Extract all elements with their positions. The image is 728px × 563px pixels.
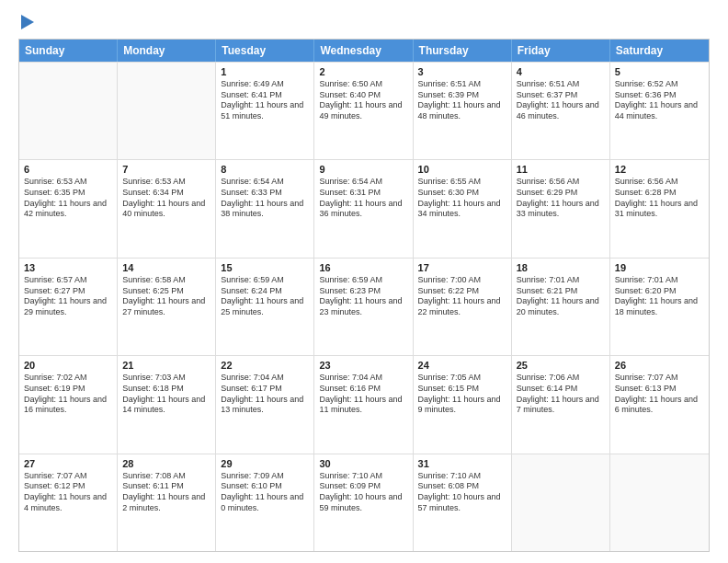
day-number: 26 <box>615 360 704 371</box>
day-info: Sunrise: 6:54 AM Sunset: 6:33 PM Dayligh… <box>221 177 309 220</box>
day-number: 4 <box>517 66 605 77</box>
day-cell-29: 29Sunrise: 7:09 AM Sunset: 6:10 PM Dayli… <box>216 454 314 551</box>
day-number: 7 <box>122 164 210 175</box>
day-number: 8 <box>221 164 309 175</box>
day-number: 18 <box>517 262 605 273</box>
empty-cell <box>610 454 709 551</box>
page: SundayMondayTuesdayWednesdayThursdayFrid… <box>0 0 728 563</box>
day-number: 13 <box>24 262 112 273</box>
week-row-3: 13Sunrise: 6:57 AM Sunset: 6:27 PM Dayli… <box>19 258 709 355</box>
week-row-1: 1Sunrise: 6:49 AM Sunset: 6:41 PM Daylig… <box>19 62 709 159</box>
day-number: 5 <box>615 66 704 77</box>
day-cell-22: 22Sunrise: 7:04 AM Sunset: 6:17 PM Dayli… <box>216 356 314 453</box>
day-cell-24: 24Sunrise: 7:05 AM Sunset: 6:15 PM Dayli… <box>414 356 512 453</box>
day-info: Sunrise: 6:53 AM Sunset: 6:34 PM Dayligh… <box>122 177 210 220</box>
day-cell-3: 3Sunrise: 6:51 AM Sunset: 6:39 PM Daylig… <box>414 63 512 159</box>
day-cell-13: 13Sunrise: 6:57 AM Sunset: 6:27 PM Dayli… <box>19 259 118 355</box>
day-cell-2: 2Sunrise: 6:50 AM Sunset: 6:40 PM Daylig… <box>314 63 413 159</box>
day-cell-16: 16Sunrise: 6:59 AM Sunset: 6:23 PM Dayli… <box>314 259 413 355</box>
day-number: 29 <box>221 458 309 469</box>
day-info: Sunrise: 7:01 AM Sunset: 6:21 PM Dayligh… <box>517 275 605 318</box>
day-cell-18: 18Sunrise: 7:01 AM Sunset: 6:21 PM Dayli… <box>512 259 610 355</box>
day-info: Sunrise: 7:07 AM Sunset: 6:13 PM Dayligh… <box>615 373 704 416</box>
empty-cell <box>118 63 216 159</box>
day-number: 17 <box>418 262 506 273</box>
day-info: Sunrise: 6:55 AM Sunset: 6:30 PM Dayligh… <box>418 177 506 220</box>
day-number: 11 <box>517 164 605 175</box>
day-info: Sunrise: 7:04 AM Sunset: 6:17 PM Dayligh… <box>221 373 309 416</box>
day-cell-12: 12Sunrise: 6:56 AM Sunset: 6:28 PM Dayli… <box>610 160 709 257</box>
day-number: 3 <box>418 66 506 77</box>
calendar: SundayMondayTuesdayWednesdayThursdayFrid… <box>18 39 710 552</box>
day-cell-21: 21Sunrise: 7:03 AM Sunset: 6:18 PM Dayli… <box>118 356 216 453</box>
day-info: Sunrise: 7:03 AM Sunset: 6:18 PM Dayligh… <box>122 373 210 416</box>
day-number: 16 <box>319 262 407 273</box>
day-info: Sunrise: 6:53 AM Sunset: 6:35 PM Dayligh… <box>24 177 112 220</box>
day-info: Sunrise: 7:08 AM Sunset: 6:11 PM Dayligh… <box>122 471 210 514</box>
calendar-header: SundayMondayTuesdayWednesdayThursdayFrid… <box>19 40 709 62</box>
day-info: Sunrise: 6:58 AM Sunset: 6:25 PM Dayligh… <box>122 275 210 318</box>
day-number: 22 <box>221 360 309 371</box>
header-day-thursday: Thursday <box>414 40 512 62</box>
header-day-sunday: Sunday <box>19 40 118 62</box>
day-info: Sunrise: 7:07 AM Sunset: 6:12 PM Dayligh… <box>24 471 112 514</box>
day-info: Sunrise: 6:54 AM Sunset: 6:31 PM Dayligh… <box>319 177 407 220</box>
day-cell-10: 10Sunrise: 6:55 AM Sunset: 6:30 PM Dayli… <box>414 160 512 257</box>
day-number: 14 <box>122 262 210 273</box>
day-number: 10 <box>418 164 506 175</box>
day-cell-4: 4Sunrise: 6:51 AM Sunset: 6:37 PM Daylig… <box>512 63 610 159</box>
day-info: Sunrise: 6:51 AM Sunset: 6:37 PM Dayligh… <box>517 79 605 122</box>
day-number: 27 <box>24 458 112 469</box>
day-info: Sunrise: 6:56 AM Sunset: 6:29 PM Dayligh… <box>517 177 605 220</box>
day-info: Sunrise: 7:06 AM Sunset: 6:14 PM Dayligh… <box>517 373 605 416</box>
header-day-tuesday: Tuesday <box>216 40 314 62</box>
day-info: Sunrise: 7:01 AM Sunset: 6:20 PM Dayligh… <box>615 275 704 318</box>
day-number: 30 <box>319 458 407 469</box>
header-day-monday: Monday <box>118 40 216 62</box>
day-cell-5: 5Sunrise: 6:52 AM Sunset: 6:36 PM Daylig… <box>610 63 709 159</box>
day-number: 12 <box>615 164 704 175</box>
header-day-friday: Friday <box>512 40 610 62</box>
day-number: 23 <box>319 360 407 371</box>
day-cell-25: 25Sunrise: 7:06 AM Sunset: 6:14 PM Dayli… <box>512 356 610 453</box>
day-cell-31: 31Sunrise: 7:10 AM Sunset: 6:08 PM Dayli… <box>414 454 512 551</box>
empty-cell <box>19 63 118 159</box>
week-row-4: 20Sunrise: 7:02 AM Sunset: 6:19 PM Dayli… <box>19 355 709 453</box>
day-number: 1 <box>221 66 309 77</box>
day-cell-14: 14Sunrise: 6:58 AM Sunset: 6:25 PM Dayli… <box>118 259 216 355</box>
day-number: 25 <box>517 360 605 371</box>
day-info: Sunrise: 7:09 AM Sunset: 6:10 PM Dayligh… <box>221 471 309 514</box>
day-number: 9 <box>319 164 407 175</box>
day-info: Sunrise: 7:00 AM Sunset: 6:22 PM Dayligh… <box>418 275 506 318</box>
day-cell-30: 30Sunrise: 7:10 AM Sunset: 6:09 PM Dayli… <box>314 454 413 551</box>
day-number: 19 <box>615 262 704 273</box>
empty-cell <box>512 454 610 551</box>
logo <box>18 15 34 29</box>
day-info: Sunrise: 7:02 AM Sunset: 6:19 PM Dayligh… <box>24 373 112 416</box>
day-number: 15 <box>221 262 309 273</box>
day-info: Sunrise: 6:57 AM Sunset: 6:27 PM Dayligh… <box>24 275 112 318</box>
day-number: 21 <box>122 360 210 371</box>
day-cell-1: 1Sunrise: 6:49 AM Sunset: 6:41 PM Daylig… <box>216 63 314 159</box>
day-cell-17: 17Sunrise: 7:00 AM Sunset: 6:22 PM Dayli… <box>414 259 512 355</box>
day-number: 2 <box>319 66 407 77</box>
day-info: Sunrise: 6:56 AM Sunset: 6:28 PM Dayligh… <box>615 177 704 220</box>
day-number: 20 <box>24 360 112 371</box>
day-cell-20: 20Sunrise: 7:02 AM Sunset: 6:19 PM Dayli… <box>19 356 118 453</box>
day-info: Sunrise: 7:10 AM Sunset: 6:09 PM Dayligh… <box>319 471 407 514</box>
day-cell-6: 6Sunrise: 6:53 AM Sunset: 6:35 PM Daylig… <box>19 160 118 257</box>
day-info: Sunrise: 6:49 AM Sunset: 6:41 PM Dayligh… <box>221 79 309 122</box>
week-row-5: 27Sunrise: 7:07 AM Sunset: 6:12 PM Dayli… <box>19 454 709 551</box>
day-cell-23: 23Sunrise: 7:04 AM Sunset: 6:16 PM Dayli… <box>314 356 413 453</box>
day-number: 31 <box>418 458 506 469</box>
day-cell-11: 11Sunrise: 6:56 AM Sunset: 6:29 PM Dayli… <box>512 160 610 257</box>
day-info: Sunrise: 7:04 AM Sunset: 6:16 PM Dayligh… <box>319 373 407 416</box>
day-cell-27: 27Sunrise: 7:07 AM Sunset: 6:12 PM Dayli… <box>19 454 118 551</box>
day-info: Sunrise: 6:51 AM Sunset: 6:39 PM Dayligh… <box>418 79 506 122</box>
header <box>18 15 710 29</box>
day-number: 28 <box>122 458 210 469</box>
day-number: 6 <box>24 164 112 175</box>
day-info: Sunrise: 6:50 AM Sunset: 6:40 PM Dayligh… <box>319 79 407 122</box>
day-info: Sunrise: 6:59 AM Sunset: 6:24 PM Dayligh… <box>221 275 309 318</box>
day-cell-26: 26Sunrise: 7:07 AM Sunset: 6:13 PM Dayli… <box>610 356 709 453</box>
